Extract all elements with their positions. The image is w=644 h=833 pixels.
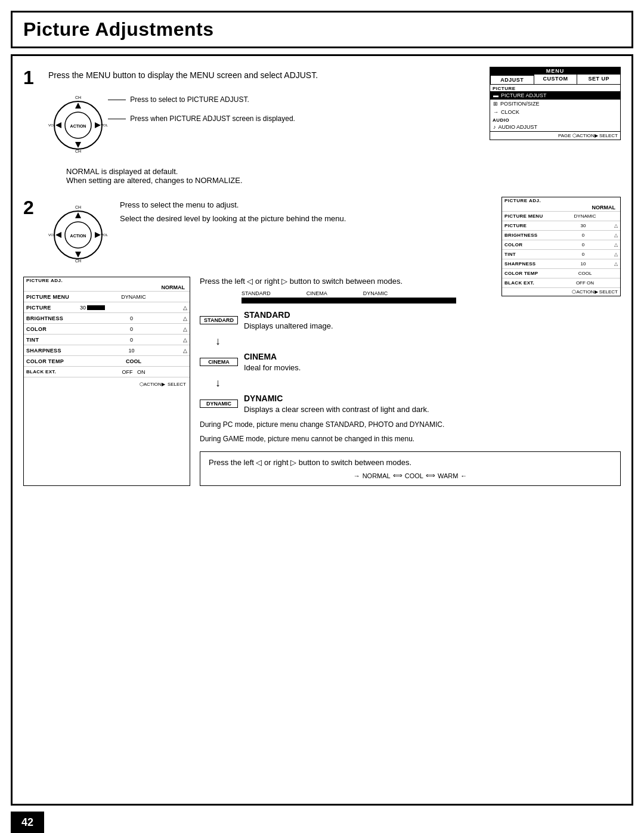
arrow-down-2: ↓: [215, 377, 621, 388]
cinema-badge: CINEMA: [200, 358, 238, 366]
menu-item-position-size: ⊞ POSITION/SIZE: [490, 100, 620, 108]
audio-adjust-icon: ♪: [493, 124, 496, 130]
mode-cinema: CINEMA CINEMA Ideal for movies.: [200, 351, 621, 373]
menu-picture-label: PICTURE: [490, 85, 620, 91]
note1: During PC mode, picture menu change STAN…: [200, 420, 621, 429]
dynamic-badge: DYNAMIC: [200, 400, 238, 408]
step1-number: 1: [23, 67, 40, 89]
arrow-down-1: ↓: [215, 336, 621, 346]
picadj-row-picture-menu: PICTURE MENU DYNAMIC: [502, 212, 620, 221]
mode-standard: STANDARD STANDARD Displays unaltered ima…: [200, 309, 621, 331]
picadj-row-colortemp: COLOR TEMP COOL: [502, 269, 620, 278]
svg-marker-17: [95, 232, 101, 238]
menu-item-picture-adjust: ▬ PICTURE ADJUST: [490, 91, 620, 100]
svg-marker-14: [75, 212, 81, 218]
menu-tab-custom: CUSTOM: [534, 75, 578, 84]
cool-normal-label: NORMAL: [363, 472, 391, 479]
arrow-right-start: →: [354, 472, 360, 479]
picadj-small-footer: ⬡ACTION▶ SELECT: [502, 288, 620, 296]
remote-diagram-2: ACTION CH CH VOL VOL: [48, 199, 108, 265]
menu-tabs: ADJUST CUSTOM SET UP: [490, 75, 620, 85]
picadj-row-blackext: BLACK EXT. OFF ON: [502, 278, 620, 288]
clock-icon: →: [493, 109, 499, 115]
svg-marker-4: [75, 142, 81, 148]
mode-bar-track: [242, 298, 456, 304]
page-title: Picture Adjustments: [23, 18, 621, 41]
menu-screen: MENU ADJUST CUSTOM SET UP PICTURE ▬ PICT…: [490, 67, 621, 140]
section2: 2 ACTION CH CH VOL VOL: [23, 197, 621, 265]
section2-text2: Select the desired level by looking at t…: [120, 214, 346, 223]
bottom-section: PICTURE ADJ. NORMAL PICTURE MENU DYNAMIC…: [23, 277, 621, 486]
mode-dynamic: DYNAMIC DYNAMIC Displays a clear screen …: [200, 393, 621, 414]
menu-footer: PAGE ⬡ACTION▶ SELECT: [490, 131, 620, 140]
mode-label-cinema: CINEMA: [306, 290, 327, 296]
menu-item-audio-adjust: ♪ AUDIO ADJUST: [490, 123, 620, 131]
svg-marker-5: [55, 122, 61, 128]
svg-text:ACTION: ACTION: [70, 124, 86, 128]
svg-text:CH: CH: [75, 95, 81, 100]
cinema-name: CINEMA: [244, 352, 277, 361]
bp-normal: NORMAL: [24, 284, 190, 292]
svg-text:VOL: VOL: [101, 233, 108, 237]
menu-screen-title: MENU: [490, 67, 620, 75]
section1: 1 Press the MENU button to display the M…: [23, 67, 621, 185]
label-press-when: Press when PICTURE ADJUST screen is disp…: [108, 114, 295, 123]
menu-tab-adjust: ADJUST: [490, 75, 534, 84]
bp-row-color: COLOR 0 △: [24, 324, 190, 335]
picadj-row-brightness: BRIGHTNESS 0 △: [502, 231, 620, 240]
picture-adjust-icon: ▬: [493, 92, 499, 98]
svg-text:VOL: VOL: [101, 123, 108, 127]
mode-label-standard: STANDARD: [242, 290, 271, 296]
svg-text:VOL: VOL: [48, 233, 56, 237]
standard-desc: Displays unaltered image.: [244, 321, 333, 330]
remote-diagram-1: ACTION CH CH VOL VOL: [48, 89, 108, 155]
menu-item-clock: → CLOCK: [490, 108, 620, 116]
dynamic-desc: Displays a clear screen with contrast of…: [244, 405, 429, 414]
standard-badge: STANDARD: [200, 316, 238, 324]
note2: During GAME mode, picture menu cannot be…: [200, 435, 621, 443]
picadj-small-title: PICTURE ADJ.: [502, 197, 620, 204]
dynamic-name: DYNAMIC: [244, 394, 283, 403]
arrow-left-end: ←: [460, 472, 467, 479]
bp-row-brightness: BRIGHTNESS 0 △: [24, 313, 190, 324]
cool-cool-label: COOL: [405, 472, 423, 479]
normal-default-text: NORMAL is displayed at default. When set…: [66, 167, 621, 185]
bp-row-colortemp: COLOR TEMP COOL: [24, 356, 190, 367]
svg-marker-6: [95, 122, 101, 128]
cool-section: Press the left ◁ or right ▷ button to sw…: [200, 451, 621, 486]
double-arrow-2: ⟺: [426, 472, 435, 479]
svg-marker-15: [75, 252, 81, 258]
picadj-row-picture: PICTURE 30 △: [502, 221, 620, 231]
page-number: 42: [11, 812, 44, 833]
cool-warm-label: WARM: [438, 472, 458, 479]
bp-title: PICTURE ADJ.: [24, 277, 190, 284]
mode-items: STANDARD STANDARD Displays unaltered ima…: [200, 309, 621, 414]
cinema-desc: Ideal for movies.: [244, 363, 301, 372]
step2-number: 2: [23, 197, 40, 219]
title-bar: Picture Adjustments: [11, 11, 633, 48]
section2-text1: Press to select the menu to adjust.: [120, 200, 346, 209]
label-press-select: Press to select to PICTURE ADJUST.: [108, 95, 295, 104]
picture-bar: [87, 305, 105, 310]
svg-text:VOL: VOL: [48, 123, 56, 127]
picadj-small-normal: NORMAL: [502, 204, 620, 212]
cool-bar-container: → NORMAL ⟺ COOL ⟺ WARM ←: [209, 472, 612, 479]
position-size-icon: ⊞: [493, 101, 498, 107]
mode-label-dynamic: DYNAMIC: [363, 290, 388, 296]
action-icon-menu: ⬡ACTION▶: [572, 133, 598, 138]
main-content: 1 Press the MENU button to display the M…: [11, 54, 633, 806]
picadj-screen-small: PICTURE ADJ. NORMAL PICTURE MENU DYNAMIC…: [501, 197, 621, 296]
svg-text:CH: CH: [75, 205, 81, 209]
bp-footer: ⬡ACTION▶ SELECT: [24, 380, 190, 389]
menu-tab-setup: SET UP: [577, 75, 620, 84]
svg-text:CH: CH: [75, 259, 81, 263]
picadj-row-tint: TINT 0 △: [502, 250, 620, 259]
page-wrapper: Picture Adjustments 1 Press the MENU but…: [0, 11, 644, 833]
svg-marker-16: [55, 232, 61, 238]
svg-text:CH: CH: [75, 149, 81, 153]
bp-row-picture-menu: PICTURE MENU DYNAMIC: [24, 292, 190, 302]
bottom-right: Press the left ◁ or right ▷ button to sw…: [200, 277, 621, 486]
svg-text:ACTION: ACTION: [70, 234, 86, 238]
remote-labels-1: Press to select to PICTURE ADJUST. Press…: [108, 95, 295, 123]
bp-row-sharpness: SHARPNESS 10 △: [24, 345, 190, 356]
